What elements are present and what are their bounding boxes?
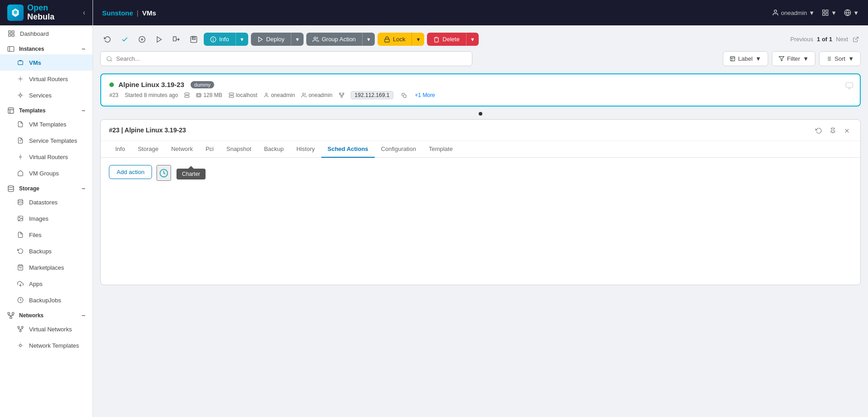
svg-rect-67 xyxy=(343,93,344,94)
tab-sched-actions[interactable]: Sched Actions xyxy=(321,141,375,158)
tab-history[interactable]: History xyxy=(290,141,321,158)
detail-pin-button[interactable] xyxy=(828,125,838,135)
sidebar: OpenNebula ‹ Dashboard Instances − VMs V… xyxy=(0,0,93,417)
lock-button[interactable]: Lock xyxy=(378,33,412,46)
svg-rect-4 xyxy=(8,47,14,52)
group-action-button[interactable]: Group Action xyxy=(306,33,362,46)
svg-point-46 xyxy=(107,56,111,60)
sidebar-collapse-btn[interactable]: ‹ xyxy=(83,9,85,17)
delete-btn-caret[interactable]: ▼ xyxy=(466,33,479,46)
sidebar-item-images[interactable]: Images xyxy=(0,210,93,227)
sort-button[interactable]: Sort ▼ xyxy=(819,51,861,66)
dashboard-icon xyxy=(7,29,15,38)
templates-collapse[interactable]: − xyxy=(82,107,85,114)
charter-clock-button[interactable] xyxy=(157,165,171,181)
select-all-button[interactable] xyxy=(118,33,132,46)
label-filter-button[interactable]: Label ▼ xyxy=(723,51,768,66)
sidebar-item-backups[interactable]: Backups xyxy=(0,243,93,259)
sidebar-item-vm-templates[interactable]: VM Templates xyxy=(0,116,93,132)
vm-more-link[interactable]: +1 More xyxy=(415,92,435,98)
info-button[interactable]: Info xyxy=(204,33,235,46)
sidebar-item-service-templates[interactable]: Service Templates xyxy=(0,132,93,149)
play-button[interactable] xyxy=(152,33,167,46)
tab-template[interactable]: Template xyxy=(422,141,459,158)
svg-rect-1 xyxy=(12,31,14,33)
grid-menu-button[interactable]: ▼ xyxy=(822,9,837,16)
vm-network-icon xyxy=(339,92,344,98)
svg-line-47 xyxy=(111,60,112,61)
svg-rect-18 xyxy=(8,312,10,314)
page-indicator: 1 of 1 xyxy=(817,36,832,43)
instances-collapse[interactable]: − xyxy=(82,45,85,53)
deploy-btn-caret[interactable]: ▼ xyxy=(291,33,304,46)
svg-rect-57 xyxy=(185,96,189,97)
tab-network[interactable]: Network xyxy=(165,141,199,158)
sidebar-item-marketplaces[interactable]: Marketplaces xyxy=(0,259,93,276)
delete-button[interactable]: Delete xyxy=(427,33,466,46)
sidebar-item-datastores[interactable]: Datastores xyxy=(0,194,93,210)
tab-storage[interactable]: Storage xyxy=(132,141,165,158)
tab-configuration[interactable]: Configuration xyxy=(375,141,422,158)
sidebar-item-virtual-routers[interactable]: Virtual Routers xyxy=(0,71,93,87)
charter-tooltip[interactable]: Charter xyxy=(177,169,206,179)
vm-card[interactable]: Alpine Linux 3.19-23 dummy #23 Started 8… xyxy=(100,73,861,107)
detail-refresh-button[interactable] xyxy=(814,125,824,135)
lock-btn-group: Lock ▼ xyxy=(378,33,424,46)
delete-btn-group: Delete ▼ xyxy=(427,33,478,46)
info-btn-caret[interactable]: ▼ xyxy=(235,33,248,46)
language-menu-button[interactable]: ▼ xyxy=(844,9,859,16)
sidebar-item-label-datastores: Datastores xyxy=(29,199,58,206)
tab-info[interactable]: Info xyxy=(109,141,132,158)
networks-collapse[interactable]: − xyxy=(82,312,85,319)
tab-snapshot[interactable]: Snapshot xyxy=(220,141,258,158)
filter-button[interactable]: Filter ▼ xyxy=(772,51,816,66)
search-input[interactable] xyxy=(116,55,466,62)
group-action-btn-caret[interactable]: ▼ xyxy=(362,33,375,46)
virtual-routers-icon xyxy=(16,75,25,83)
next-page-button[interactable]: Next xyxy=(836,36,848,43)
sidebar-item-virtual-routers-t[interactable]: Virtual Routers xyxy=(0,149,93,165)
svg-point-11 xyxy=(8,185,14,187)
svg-rect-29 xyxy=(826,13,829,15)
vm-ip-copy-button[interactable] xyxy=(400,92,408,99)
svg-point-14 xyxy=(19,217,20,218)
vm-started: Started 8 minutes ago xyxy=(125,92,178,98)
sidebar-item-files[interactable]: Files xyxy=(0,227,93,243)
sidebar-item-dashboard[interactable]: Dashboard xyxy=(0,25,93,42)
sidebar-item-vms[interactable]: VMs xyxy=(0,54,93,71)
sidebar-item-services[interactable]: Services xyxy=(0,87,93,103)
main-area: Sunstone | VMs oneadmin ▼ ▼ ▼ xyxy=(93,0,868,417)
detail-close-button[interactable] xyxy=(842,125,852,135)
refresh-button[interactable] xyxy=(100,33,115,46)
prev-page-button[interactable]: Previous xyxy=(790,36,814,43)
sidebar-item-backup-jobs[interactable]: BackupJobs xyxy=(0,292,93,308)
group-action-btn-group: Group Action ▼ xyxy=(306,33,375,46)
sidebar-item-network-templates[interactable]: Network Templates xyxy=(0,337,93,354)
svg-rect-36 xyxy=(173,37,177,41)
svg-rect-22 xyxy=(21,326,23,328)
deploy-button[interactable]: Deploy xyxy=(251,33,291,46)
tab-pci[interactable]: Pci xyxy=(199,141,220,158)
logo-icon xyxy=(7,5,24,21)
tab-backup[interactable]: Backup xyxy=(258,141,290,158)
sidebar-item-apps[interactable]: Apps xyxy=(0,276,93,292)
add-action-area: Add action Charter xyxy=(109,165,852,181)
backup-jobs-icon xyxy=(16,296,25,304)
add-action-button[interactable]: Add action xyxy=(109,165,152,179)
create-button[interactable] xyxy=(135,33,149,46)
external-link-button[interactable] xyxy=(851,34,861,45)
lock-btn-caret[interactable]: ▼ xyxy=(412,33,424,46)
breadcrumb-app[interactable]: Sunstone xyxy=(102,9,133,17)
svg-rect-48 xyxy=(730,57,735,61)
user-menu-button[interactable]: oneadmin ▼ xyxy=(772,9,814,16)
detail-panel-title: #23 | Alpine Linux 3.19-23 xyxy=(109,126,809,134)
migrate-button[interactable] xyxy=(169,33,184,46)
svg-rect-44 xyxy=(385,39,390,42)
sidebar-item-virtual-networks[interactable]: Virtual Networks xyxy=(0,321,93,337)
vm-meta: #23 Started 8 minutes ago 128 MB localho… xyxy=(109,91,852,99)
save-as-button[interactable] xyxy=(186,33,201,46)
storage-collapse[interactable]: − xyxy=(82,185,85,192)
svg-rect-0 xyxy=(9,31,11,33)
svg-point-6 xyxy=(20,78,21,80)
sidebar-item-vm-groups[interactable]: VM Groups xyxy=(0,165,93,181)
